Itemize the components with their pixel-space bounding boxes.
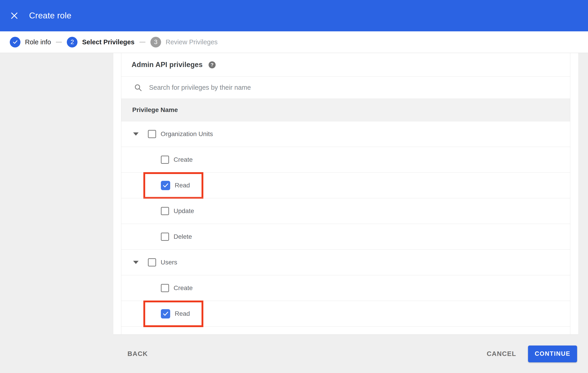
section-heading: Admin API privileges [132,61,203,69]
check-icon [12,39,18,45]
continue-button[interactable]: CONTINUE [528,345,577,362]
privilege-search-input[interactable] [149,84,467,91]
privilege-label: Organization Units [161,130,213,138]
step-1-label: Role info [25,38,51,46]
step-3-label: Review Privileges [166,38,218,46]
checkbox-orgunits-create[interactable] [161,155,169,164]
checkbox-orgunits-read[interactable] [161,181,170,190]
privilege-label: Read [175,310,190,317]
create-role-dialog: Create role Role info 2 Select Privilege… [0,0,588,373]
help-icon[interactable]: ? [209,61,216,68]
step-select-privileges[interactable]: 2 Select Privileges [67,37,135,47]
checkbox-users-create[interactable] [161,284,169,292]
checkbox-users-read[interactable] [161,309,170,319]
footer-action-bar: BACK CANCEL CONTINUE [0,335,588,373]
checkbox-organization-units[interactable] [148,130,156,138]
privilege-row: Delete [121,224,570,249]
privileges-panel: Admin API privileges ? Privilege Name [113,53,578,335]
dialog-title: Create role [29,11,71,21]
highlight-box [143,172,203,199]
section-heading-row: Admin API privileges ? [121,53,570,76]
privilege-row: Create [121,147,570,172]
search-row [121,76,570,99]
back-button[interactable]: BACK [127,350,148,358]
privilege-row-clipped [121,326,570,334]
search-icon [134,83,142,92]
app-bar: Create role [0,0,588,31]
cancel-button[interactable]: CANCEL [487,350,516,358]
highlight-box [143,300,203,327]
table-header-row: Privilege Name [121,99,570,121]
step-1-circle [10,37,21,47]
privilege-label: Read [175,182,190,189]
content-area: Admin API privileges ? Privilege Name [0,53,588,373]
close-icon [11,12,18,19]
checkbox-orgunits-delete[interactable] [161,233,169,241]
collapse-arrow-icon[interactable] [133,261,139,264]
checkbox-orgunits-update[interactable] [161,207,169,215]
checkmark-icon [162,182,169,189]
close-button[interactable] [8,9,21,22]
stepper: Role info 2 Select Privileges 3 Review P… [0,31,588,53]
checkbox-users[interactable] [148,258,156,267]
privilege-label: Create [174,156,193,163]
privilege-row: Update [121,198,570,224]
collapse-arrow-icon[interactable] [133,133,139,136]
privilege-label: Delete [174,233,192,240]
step-review-privileges[interactable]: 3 Review Privileges [150,37,218,47]
column-header-privilege-name: Privilege Name [132,106,178,114]
privilege-row: Read [121,301,570,326]
privilege-row: Create [121,275,570,301]
step-separator [56,42,62,42]
step-role-info[interactable]: Role info [10,37,51,47]
step-3-circle: 3 [150,37,161,47]
step-2-circle: 2 [67,37,77,47]
privilege-label: Users [161,259,177,266]
privileges-table: Admin API privileges ? Privilege Name [121,53,570,334]
privilege-label: Update [174,207,194,215]
privilege-group-row: Organization Units [121,121,570,147]
checkmark-icon [162,310,169,317]
privilege-group-row: Users [121,249,570,275]
step-2-label: Select Privileges [82,38,135,46]
step-separator [139,42,145,42]
privilege-label: Create [174,284,193,292]
privilege-row: Read [121,172,570,198]
